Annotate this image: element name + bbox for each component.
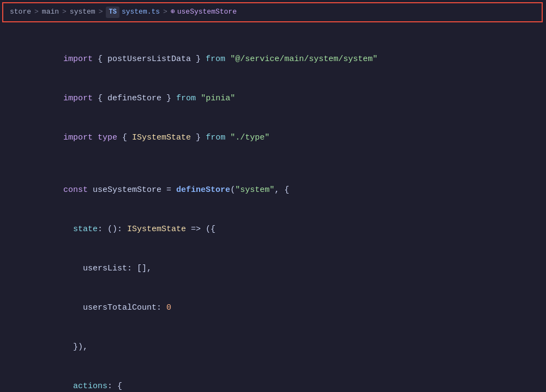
code-line: actions: { (0, 367, 546, 392)
breadcrumb-store: store (10, 7, 31, 18)
breadcrumb-sep-1: > (34, 7, 39, 18)
code-area: import { postUsersListData } from "@/ser… (0, 22, 546, 392)
breadcrumb-symbol[interactable]: useSystemStore (177, 7, 237, 18)
code-content: const useSystemStore = defineStore("syst… (34, 171, 289, 210)
breadcrumb-symbol-icon: ⊕ (171, 7, 175, 18)
breadcrumb-ts-badge: TS (106, 7, 119, 18)
code-line (0, 27, 546, 40)
code-content: import { defineStore } from "pinia" (34, 79, 235, 118)
breadcrumb-sep-2: > (62, 7, 67, 18)
breadcrumb-bar: store > main > system > TS system.ts > ⊕… (2, 2, 543, 22)
code-content: }), (34, 328, 88, 367)
code-line: import { defineStore } from "pinia" (0, 79, 546, 118)
code-content: usersList: [], (34, 249, 152, 288)
breadcrumb-sep-4: > (163, 7, 167, 18)
code-content: import { postUsersListData } from "@/ser… (34, 40, 377, 79)
code-line: state: (): ISystemState => ({ (0, 210, 546, 249)
code-content: actions: { (34, 367, 122, 392)
code-line: usersList: [], (0, 249, 546, 288)
breadcrumb-filename[interactable]: system.ts (122, 7, 160, 18)
code-line: const useSystemStore = defineStore("syst… (0, 171, 546, 210)
code-line (0, 158, 546, 171)
code-content: state: (): ISystemState => ({ (34, 210, 215, 249)
code-content: usersTotalCount: 0 (34, 288, 171, 328)
code-line: import { postUsersListData } from "@/ser… (0, 40, 546, 79)
breadcrumb-main: main (42, 7, 59, 18)
code-line: usersTotalCount: 0 (0, 288, 546, 328)
code-line: import type { ISystemState } from "./typ… (0, 118, 546, 158)
breadcrumb-sep-3: > (99, 7, 103, 18)
code-content: import type { ISystemState } from "./typ… (34, 118, 269, 158)
breadcrumb-system: system (70, 7, 95, 18)
code-line: }), (0, 328, 546, 367)
